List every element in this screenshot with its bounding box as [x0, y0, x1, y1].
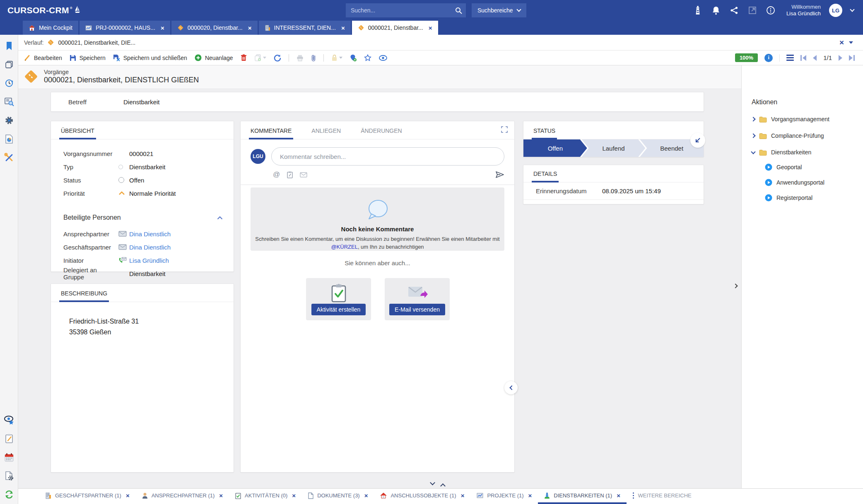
- comment-mail-icon[interactable]: [300, 172, 307, 178]
- collapse-comments-handle[interactable]: [504, 381, 518, 394]
- checkout-pin-icon[interactable]: [350, 54, 357, 62]
- user-menu-chevron-icon[interactable]: [850, 7, 854, 12]
- share-icon[interactable]: [729, 5, 739, 15]
- document-settings-icon[interactable]: [4, 470, 14, 481]
- history-current-item[interactable]: 0000021, Dienstbarkeit, DIE...: [58, 39, 135, 46]
- tab-vorgang-0000021-active[interactable]: 0000021, Dienstbar... ×: [352, 21, 438, 35]
- person-link[interactable]: Dina Dienstlich: [129, 244, 171, 251]
- person-link[interactable]: Dina Dienstlich: [129, 230, 171, 238]
- delete-icon[interactable]: [241, 54, 247, 61]
- history-close-icon[interactable]: ×: [839, 38, 844, 46]
- send-comment-icon[interactable]: [495, 171, 504, 178]
- collapse-chevron-icon[interactable]: [217, 216, 223, 220]
- tab-mein-cockpit[interactable]: Mein Cockpit: [23, 21, 78, 35]
- search-icon[interactable]: [451, 3, 466, 17]
- history-clock-icon[interactable]: [4, 78, 14, 89]
- last-record-icon[interactable]: [849, 55, 855, 61]
- list-menu-icon[interactable]: [786, 55, 794, 61]
- reminder-value[interactable]: 08.09.2025 um 15:49: [602, 187, 661, 194]
- status-step-laufend[interactable]: Laufend: [582, 139, 646, 157]
- lighthouse-icon[interactable]: [693, 5, 703, 15]
- favorite-star-icon[interactable]: [364, 54, 371, 61]
- field-value[interactable]: Normale Priorität: [129, 190, 176, 197]
- lock-dropdown-caret-icon[interactable]: [339, 57, 342, 59]
- record-search-icon[interactable]: [4, 96, 14, 107]
- next-record-icon[interactable]: [839, 55, 842, 61]
- create-activity-button[interactable]: Aktivität erstellen: [311, 304, 366, 315]
- save-button[interactable]: Speichern: [70, 55, 106, 61]
- external-link-icon[interactable]: [747, 5, 757, 15]
- subject-value[interactable]: Dienstbarkeit: [123, 98, 160, 106]
- bottom-tab-ansprechpartner[interactable]: ANSPRECHPARTNER (1) ×: [136, 489, 229, 504]
- search-input[interactable]: [346, 7, 451, 14]
- watch-favorite-icon[interactable]: [4, 415, 14, 425]
- notifications-bell-icon[interactable]: [711, 5, 721, 15]
- tab-uebersicht[interactable]: ÜBERSICHT: [59, 127, 96, 139]
- tab-close-icon[interactable]: ×: [126, 492, 130, 499]
- field-value[interactable]: 0000021: [129, 150, 153, 157]
- chevron-right-icon[interactable]: [751, 133, 755, 138]
- search-scope-dropdown[interactable]: Suchbereiche: [472, 3, 526, 17]
- action-folder-dienstbarkeiten[interactable]: Dienstbarkeiten: [742, 149, 863, 156]
- copy-record-icon[interactable]: [254, 54, 266, 61]
- field-value[interactable]: Offen: [129, 177, 144, 184]
- save-close-button[interactable]: Speichern und schließen: [113, 54, 187, 61]
- action-geoportal[interactable]: Geoportal: [742, 163, 863, 171]
- bottom-tab-dokumente[interactable]: DOKUMENTE (3) ×: [302, 489, 374, 504]
- sync-arrows-icon[interactable]: [4, 489, 14, 500]
- tab-close-icon[interactable]: ×: [617, 492, 620, 499]
- first-record-icon[interactable]: [800, 55, 806, 61]
- status-step-offen[interactable]: Offen: [523, 139, 587, 157]
- bottom-tab-anschlussobjekte[interactable]: ANSCHLUSSOBJEKTE (1) ×: [374, 489, 470, 504]
- mention-link[interactable]: @KÜRZEL: [331, 244, 358, 250]
- tab-beschreibung[interactable]: BESCHREIBUNG: [59, 290, 109, 302]
- tab-close-icon[interactable]: ×: [364, 492, 368, 499]
- windows-stack-icon[interactable]: [4, 59, 14, 70]
- print-icon[interactable]: [297, 55, 304, 61]
- bookmark-icon[interactable]: [4, 41, 14, 51]
- more-options-icon[interactable]: [766, 5, 776, 15]
- tab-kommentare[interactable]: KOMMENTARE: [249, 127, 293, 139]
- field-value[interactable]: Dienstbarkeit: [129, 270, 166, 277]
- action-folder-compliance-pruefung[interactable]: Compliance-Prüfung: [742, 132, 863, 139]
- mention-at-icon[interactable]: @: [273, 170, 280, 179]
- info-icon[interactable]: i: [764, 54, 773, 62]
- expand-actions-panel-handle[interactable]: [732, 281, 739, 290]
- tab-close-icon[interactable]: ×: [292, 492, 296, 499]
- action-folder-vorgangsmanagement[interactable]: Vorgangsmanagement: [742, 116, 863, 122]
- tab-close-icon[interactable]: ×: [248, 24, 252, 31]
- tab-close-icon[interactable]: ×: [528, 492, 532, 499]
- person-link[interactable]: Lisa Gründlich: [129, 257, 169, 264]
- report-document-icon[interactable]: [4, 134, 14, 144]
- description-text[interactable]: Friedrich-List-Straße 31 35398 Gießen: [51, 302, 234, 338]
- tab-aenderungen[interactable]: ÄNDERUNGEN: [359, 127, 404, 139]
- tab-vorgang-0000020[interactable]: 0000020, Dienstbar... ×: [171, 21, 258, 35]
- user-avatar[interactable]: LG: [829, 4, 842, 17]
- calendar-icon[interactable]: [4, 452, 14, 463]
- section-beteiligte-personen[interactable]: Beteiligte Personen: [51, 211, 234, 225]
- new-record-button[interactable]: Neuanlage: [195, 54, 233, 61]
- tab-close-icon[interactable]: ×: [219, 492, 223, 499]
- tab-projekt[interactable]: PRJ-0000002, HAUS... ×: [80, 21, 170, 35]
- tools-icon[interactable]: [4, 152, 14, 163]
- history-dropdown-caret-icon[interactable]: [849, 41, 853, 44]
- comment-input[interactable]: [271, 147, 504, 166]
- action-registerportal[interactable]: Registerportal: [742, 194, 863, 202]
- tab-details[interactable]: DETAILS: [532, 170, 559, 182]
- bottom-tab-weitere-bereiche[interactable]: WEITERE BEREICHE: [627, 489, 698, 504]
- tab-interessent[interactable]: INTERESSENT, DIEN... ×: [259, 21, 351, 35]
- chevron-down-icon[interactable]: [751, 149, 755, 154]
- status-collapse-arrow-icon[interactable]: [690, 133, 705, 148]
- edit-button[interactable]: Bearbeiten: [24, 55, 62, 61]
- watch-eye-icon[interactable]: [379, 55, 387, 61]
- zoom-level-badge[interactable]: 100%: [735, 53, 758, 62]
- fullscreen-icon[interactable]: [501, 126, 508, 133]
- bottom-tab-projekte[interactable]: PROJEKTE (1) ×: [470, 489, 538, 504]
- tab-close-icon[interactable]: ×: [461, 492, 465, 499]
- lock-icon[interactable]: [331, 54, 342, 61]
- previous-record-icon[interactable]: [813, 55, 817, 61]
- refresh-icon[interactable]: [274, 54, 281, 62]
- field-value[interactable]: Dienstbarkeit: [129, 163, 166, 170]
- process-gear-icon[interactable]: [4, 115, 14, 126]
- tab-status[interactable]: STATUS: [532, 127, 557, 139]
